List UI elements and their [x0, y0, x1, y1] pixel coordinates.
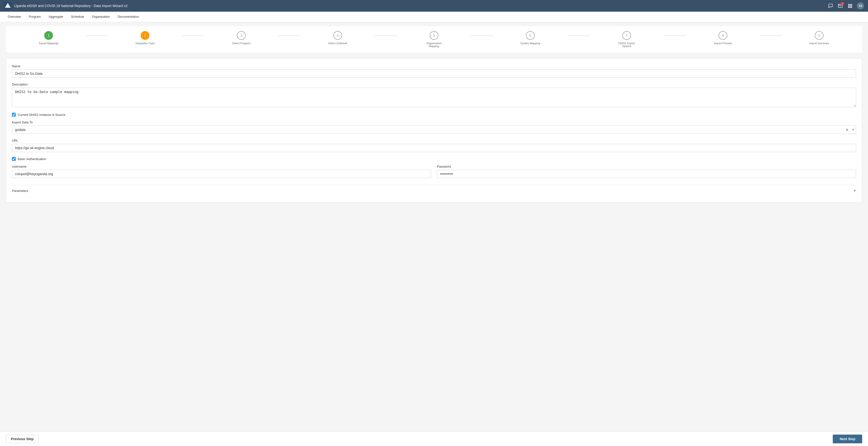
step-8-number: 8	[722, 34, 724, 37]
export-data-select-wrapper: godata ✕ ▾	[12, 126, 856, 134]
select-arrow-icon[interactable]: ▾	[850, 128, 856, 131]
header-left: Uganda eIDSR and COVID 19 National Repos…	[4, 2, 128, 10]
export-data-label: Export Data To	[12, 121, 856, 124]
step-1[interactable]: 1 Saved Mappings	[12, 31, 86, 45]
password-label: Password	[437, 165, 856, 168]
connector-3	[278, 35, 301, 36]
step-5[interactable]: 5 Organisation Mapping	[397, 31, 471, 47]
grid-icon[interactable]	[847, 3, 853, 9]
step-7-circle: 7	[622, 31, 631, 40]
step-6-circle: 6	[526, 31, 535, 40]
url-input[interactable]	[12, 144, 856, 152]
step-5-circle: 5	[430, 31, 438, 40]
svg-rect-6	[849, 5, 850, 6]
step-4-number: 4	[337, 34, 339, 37]
step-4-circle: 4	[333, 31, 342, 40]
svg-rect-7	[851, 5, 852, 6]
step-3[interactable]: 3 Select Program	[204, 31, 278, 45]
nav-item-program[interactable]: Program	[25, 12, 45, 22]
dhis2-checkbox[interactable]	[12, 113, 16, 117]
step-2-number: 2	[144, 34, 146, 37]
step-5-label: Organisation Mapping	[423, 42, 445, 47]
step-1-label: Saved Mappings	[39, 42, 59, 45]
svg-rect-4	[851, 4, 852, 5]
nav-bar: Overview Program Aggregate Schedule Orga…	[0, 12, 868, 22]
description-group: Description DHIS2 to Go.Data sample mapp…	[12, 83, 856, 108]
nav-item-overview[interactable]: Overview	[4, 12, 25, 22]
step-7[interactable]: 7 DHIS2 Export Options	[590, 31, 664, 47]
name-group: Name	[12, 64, 856, 78]
parameters-row: Parameters +	[12, 185, 856, 196]
export-data-group: Export Data To godata ✕ ▾	[12, 121, 856, 134]
svg-rect-8	[848, 7, 849, 8]
svg-rect-3	[849, 4, 850, 5]
username-input[interactable]	[12, 170, 431, 178]
select-clear-icon[interactable]: ✕	[843, 128, 850, 132]
avatar[interactable]: SS	[857, 2, 864, 9]
name-input[interactable]	[12, 69, 856, 78]
step-8-circle: 8	[718, 31, 727, 40]
step-3-label: Select Program	[232, 42, 251, 45]
connector-6	[567, 35, 590, 36]
step-9-circle: 9	[815, 31, 824, 40]
step-7-label: DHIS2 Export Options	[616, 42, 638, 47]
step-6[interactable]: 6 System Mapping	[493, 31, 567, 45]
dhis2-checkbox-label[interactable]: Current DHIS2 Instance is Source	[18, 113, 65, 117]
svg-rect-5	[848, 5, 849, 6]
name-label: Name	[12, 64, 856, 68]
credentials-row: Username Password	[12, 165, 856, 183]
password-group: Password	[437, 165, 856, 178]
connector-4	[375, 35, 397, 36]
main-content: 1 Saved Mappings 2 Integration Type 3 Se…	[0, 22, 868, 222]
step-2-circle: 2	[141, 31, 150, 40]
header-icons: 2 SS	[828, 2, 864, 9]
basic-auth-checkbox[interactable]	[12, 157, 16, 161]
nav-item-aggregate[interactable]: Aggregate	[45, 12, 67, 22]
connector-7	[664, 35, 686, 36]
step-1-circle: 1	[44, 31, 53, 40]
connector-5	[471, 35, 493, 36]
username-group: Username	[12, 165, 431, 178]
step-7-number: 7	[626, 34, 628, 37]
basic-auth-checkbox-group: Basic Authentication	[12, 157, 856, 161]
add-parameter-button[interactable]: +	[853, 188, 856, 194]
url-group: URL	[12, 139, 856, 152]
svg-rect-10	[851, 7, 852, 8]
chat-icon[interactable]	[828, 3, 834, 9]
svg-rect-2	[848, 4, 849, 5]
step-4-label: Select Outbreak	[328, 42, 347, 45]
basic-auth-checkbox-label[interactable]: Basic Authentication	[18, 157, 46, 161]
form-card: Name Description DHIS2 to Go.Data sample…	[6, 58, 862, 202]
connector-2	[182, 35, 204, 36]
parameters-label: Parameters	[12, 189, 28, 193]
step-2-label: Integration Type	[135, 42, 155, 45]
connector-8	[760, 35, 782, 36]
step-3-number: 3	[240, 34, 242, 37]
nav-item-schedule[interactable]: Schedule	[67, 12, 88, 22]
step-8[interactable]: 8 Import Preview	[686, 31, 760, 45]
step-6-number: 6	[529, 34, 531, 37]
connector-1	[86, 35, 108, 36]
stepper: 1 Saved Mappings 2 Integration Type 3 Se…	[6, 26, 862, 53]
step-5-number: 5	[433, 34, 435, 37]
step-6-label: System Mapping	[520, 42, 540, 45]
url-label: URL	[12, 139, 856, 142]
nav-item-organisation[interactable]: Organisation	[88, 12, 114, 22]
step-8-label: Import Preview	[714, 42, 732, 45]
mail-icon[interactable]: 2	[837, 3, 843, 9]
mail-badge: 2	[841, 2, 844, 5]
step-4[interactable]: 4 Select Outbreak	[301, 31, 375, 45]
export-data-select[interactable]: godata	[12, 126, 843, 134]
step-3-circle: 3	[237, 31, 246, 40]
username-label: Username	[12, 165, 431, 168]
step-2[interactable]: 2 Integration Type	[108, 31, 182, 45]
top-header: Uganda eIDSR and COVID 19 National Repos…	[0, 0, 868, 12]
description-textarea[interactable]: DHIS2 to Go.Data sample mapping	[12, 88, 856, 107]
description-label: Description	[12, 83, 856, 86]
step-9[interactable]: 9 Import Summary	[782, 31, 856, 45]
app-logo	[4, 2, 12, 10]
nav-item-documentation[interactable]: Documentation	[114, 12, 143, 22]
step-9-number: 9	[818, 34, 820, 37]
dhis2-checkbox-group: Current DHIS2 Instance is Source	[12, 113, 856, 117]
password-input[interactable]	[437, 170, 856, 178]
